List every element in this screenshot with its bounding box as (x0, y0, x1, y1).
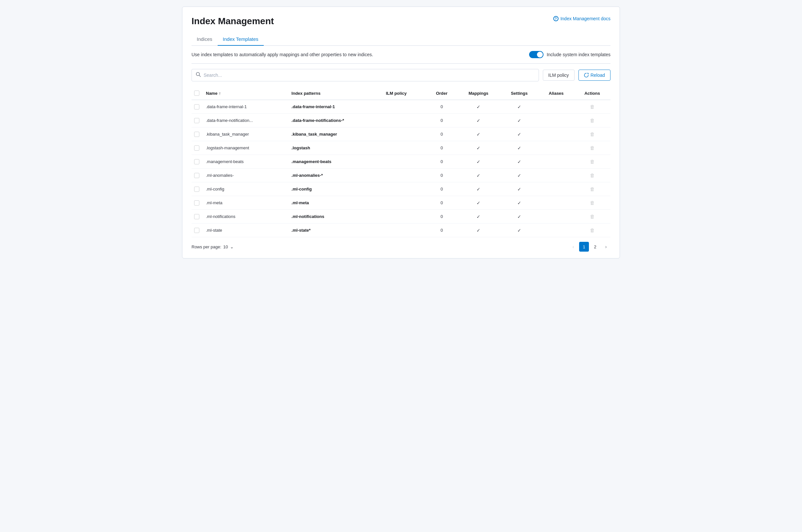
description-bar: Use index templates to automatically app… (192, 46, 610, 64)
prev-page-button[interactable]: ‹ (569, 242, 578, 251)
mappings-check: ✓ (477, 173, 480, 178)
row-checkbox-7[interactable] (194, 200, 199, 206)
row-checkbox-3[interactable] (194, 146, 199, 151)
th-actions: Actions (574, 87, 610, 100)
table-row: .logstash-management .logstash 0 ✓ ✓ 🗑 (192, 141, 610, 155)
th-settings: Settings (500, 87, 538, 100)
mappings-check: ✓ (477, 118, 480, 123)
row-checkbox-6[interactable] (194, 187, 199, 192)
row-mappings-9: ✓ (457, 224, 500, 237)
row-name-0: .data-frame-internal-1 (202, 100, 288, 114)
row-settings-7: ✓ (500, 196, 538, 210)
search-input[interactable] (204, 73, 535, 78)
settings-check: ✓ (517, 173, 521, 178)
row-actions-5: 🗑 (574, 169, 610, 182)
rows-per-page-label: Rows per page: (192, 244, 221, 249)
select-all-checkbox[interactable] (194, 91, 199, 96)
row-mappings-6: ✓ (457, 182, 500, 196)
row-mappings-3: ✓ (457, 141, 500, 155)
row-order-3: 0 (426, 141, 457, 155)
delete-button-6[interactable]: 🗑 (590, 186, 595, 192)
row-name-2: .kibana_task_manager (202, 128, 288, 141)
mappings-check: ✓ (477, 200, 480, 206)
description-text: Use index templates to automatically app… (192, 52, 373, 57)
row-checkbox-cell-8 (192, 210, 202, 224)
mappings-check: ✓ (477, 214, 480, 219)
row-checkbox-8[interactable] (194, 214, 199, 219)
mappings-check: ✓ (477, 228, 480, 233)
select-all-header (192, 87, 202, 100)
delete-button-2[interactable]: 🗑 (590, 131, 595, 137)
system-templates-toggle[interactable] (529, 51, 543, 58)
svg-line-1 (199, 75, 200, 77)
row-name-1: .data-frame-notification... (202, 114, 288, 128)
row-settings-5: ✓ (500, 169, 538, 182)
delete-button-9[interactable]: 🗑 (590, 227, 595, 233)
settings-check: ✓ (517, 228, 521, 233)
row-name-7: .ml-meta (202, 196, 288, 210)
row-mappings-8: ✓ (457, 210, 500, 224)
row-settings-1: ✓ (500, 114, 538, 128)
row-checkbox-1[interactable] (194, 118, 199, 123)
tab-index-templates[interactable]: Index Templates (218, 33, 264, 46)
ilm-policy-button[interactable]: ILM policy (543, 70, 575, 81)
row-settings-2: ✓ (500, 128, 538, 141)
page-container: Index Management ? Index Management docs… (182, 6, 620, 259)
toggle-container: Include system index templates (529, 51, 610, 58)
delete-button-8[interactable]: 🗑 (590, 214, 595, 219)
reload-button[interactable]: Reload (578, 70, 610, 81)
row-aliases-1 (539, 114, 574, 128)
row-checkbox-cell-7 (192, 196, 202, 210)
tab-indices[interactable]: Indices (192, 33, 218, 46)
row-checkbox-cell-4 (192, 155, 202, 169)
row-aliases-0 (539, 100, 574, 114)
row-checkbox-cell-0 (192, 100, 202, 114)
row-name-8: .ml-notifications (202, 210, 288, 224)
rows-per-page[interactable]: Rows per page: 10 ⌄ (192, 244, 234, 249)
row-pattern-9: .ml-state* (288, 224, 382, 237)
delete-button-0[interactable]: 🗑 (590, 104, 595, 110)
toggle-label: Include system index templates (547, 52, 610, 57)
table-row: .ml-config .ml-config 0 ✓ ✓ 🗑 (192, 182, 610, 196)
row-pattern-2: .kibana_task_manager (288, 128, 382, 141)
settings-check: ✓ (517, 200, 521, 206)
table-footer: Rows per page: 10 ⌄ ‹ 1 2 › (192, 237, 610, 252)
th-name[interactable]: Name ↑ (202, 87, 288, 100)
row-checkbox-cell-2 (192, 128, 202, 141)
row-aliases-4 (539, 155, 574, 169)
mappings-check: ✓ (477, 104, 480, 110)
delete-button-3[interactable]: 🗑 (590, 145, 595, 151)
pagination: ‹ 1 2 › (569, 242, 610, 252)
row-mappings-5: ✓ (457, 169, 500, 182)
page-2-button[interactable]: 2 (590, 242, 600, 252)
mappings-check: ✓ (477, 159, 480, 164)
page-1-button[interactable]: 1 (579, 242, 589, 252)
row-actions-4: 🗑 (574, 155, 610, 169)
row-checkbox-4[interactable] (194, 159, 199, 164)
row-settings-9: ✓ (500, 224, 538, 237)
row-checkbox-5[interactable] (194, 173, 199, 178)
row-mappings-4: ✓ (457, 155, 500, 169)
row-checkbox-2[interactable] (194, 132, 199, 137)
rows-per-page-value: 10 (223, 244, 228, 249)
next-page-button[interactable]: › (602, 242, 610, 251)
th-mappings: Mappings (457, 87, 500, 100)
row-ilm-4 (382, 155, 427, 169)
row-order-9: 0 (426, 224, 457, 237)
delete-button-7[interactable]: 🗑 (590, 200, 595, 206)
delete-button-5[interactable]: 🗑 (590, 173, 595, 178)
sort-icon: ↑ (218, 91, 221, 96)
page-header: Index Management ? Index Management docs (192, 16, 610, 26)
row-checkbox-9[interactable] (194, 228, 199, 233)
docs-link[interactable]: ? Index Management docs (553, 16, 610, 21)
delete-button-4[interactable]: 🗑 (590, 159, 595, 164)
row-ilm-1 (382, 114, 427, 128)
row-ilm-5 (382, 169, 427, 182)
row-ilm-6 (382, 182, 427, 196)
row-mappings-0: ✓ (457, 100, 500, 114)
row-checkbox-0[interactable] (194, 104, 199, 110)
delete-button-1[interactable]: 🗑 (590, 118, 595, 123)
settings-check: ✓ (517, 118, 521, 123)
table-row: .ml-notifications .ml-notifications 0 ✓ … (192, 210, 610, 224)
settings-check: ✓ (517, 187, 521, 192)
